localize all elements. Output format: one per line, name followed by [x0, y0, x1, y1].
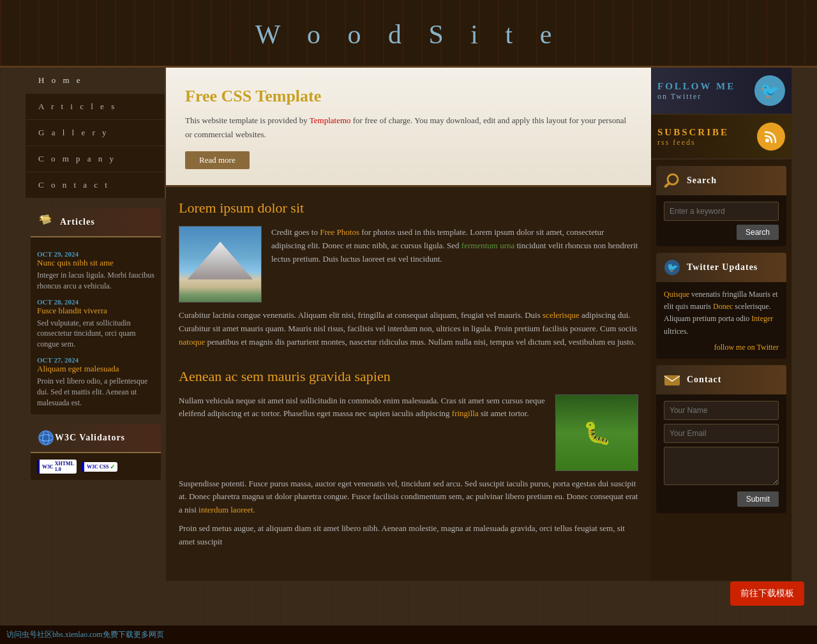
article-date-2: OCT 28, 2024 — [37, 298, 154, 306]
svg-point-8 — [668, 174, 678, 184]
search-box-title: Search — [687, 176, 717, 186]
natoque-link[interactable]: natoque — [179, 337, 205, 347]
rss-text-block: SUBSCRIBE rss feeds — [657, 126, 751, 147]
rss-subscribe-line2: rss feeds — [657, 138, 751, 147]
contact-box: Contact Submit — [656, 365, 786, 513]
post-2-full-text: Suspendisse potenti. Fusce purus massa, … — [179, 477, 638, 517]
nav-gallery[interactable]: G a l l e r y — [26, 120, 165, 146]
twitter-updates-box: 🐦 Twitter Updates Quisque venenatis frin… — [656, 253, 786, 359]
rss-subscribe-banner: SUBSCRIBE rss feeds — [651, 115, 791, 160]
validators-header: W3C Validators — [31, 424, 161, 453]
article-date-3: OCT 27, 2024 — [37, 356, 154, 364]
twitter-follow-line2: on Twitter — [657, 92, 748, 101]
twitter-updates-title: Twitter Updates — [687, 262, 758, 273]
twitter-text-block: FOLLOW ME on Twitter — [657, 80, 748, 101]
contact-box-title: Contact — [687, 375, 721, 385]
post-1-title: Lorem ipsum dolor sit — [179, 200, 638, 216]
contact-submit-button[interactable]: Submit — [737, 491, 779, 507]
twitter-follow-line1: FOLLOW ME — [657, 80, 748, 92]
nav-home[interactable]: H o m e — [26, 68, 165, 94]
watermark: 访问虫号社区bbs.xienlao.com免费下载更多网页 — [0, 625, 817, 644]
articles-sidebar-box: Articles OCT 29, 2024 Nunc quis nibh sit… — [31, 208, 161, 414]
sidebar-right: FOLLOW ME on Twitter 🐦 SUBSCRIBE rss fee… — [651, 68, 791, 581]
search-input[interactable] — [664, 202, 779, 221]
articles-box-header: Articles — [31, 208, 161, 237]
free-photos-link[interactable]: Free Photos — [320, 227, 359, 237]
css-badge[interactable]: W3C CSS ✓ — [82, 462, 117, 472]
interdum-link[interactable]: interdum laoreet. — [199, 505, 255, 514]
download-template-button[interactable]: 前往下载模板 — [730, 581, 804, 606]
svg-point-6 — [765, 139, 769, 142]
twitter-updates-icon: 🐦 — [663, 258, 682, 277]
twitter-link-1[interactable]: Quisque — [664, 290, 689, 299]
nav-articles[interactable]: A r t i c l e s — [26, 94, 165, 120]
contact-message-textarea[interactable] — [664, 447, 779, 485]
globe-icon — [37, 429, 55, 447]
fringilla-link[interactable]: fringilla — [452, 408, 479, 418]
post-2-text-left: Nullam vehicula neque sit amet nisl soll… — [179, 394, 546, 471]
articles-box-title: Articles — [60, 217, 95, 227]
post-1-image — [179, 226, 262, 303]
post-2: Aenean ac sem mauris gravida sapien Null… — [179, 368, 638, 549]
follow-twitter-link[interactable]: follow me on Twitter — [664, 343, 779, 352]
article-title-2[interactable]: Fusce blandit viverra — [37, 306, 107, 315]
contact-name-input[interactable] — [664, 401, 779, 420]
post-1-body: Credit goes to Free Photos for photos us… — [179, 226, 638, 303]
post-2-body: Nullam vehicula neque sit amet nisl soll… — [179, 394, 638, 471]
validators-box: W3C Validators W3C XHTML1.0 W3C CSS ✓ — [31, 424, 161, 480]
article-excerpt-3: Proin vel libero odio, a pellentesque du… — [37, 376, 154, 408]
article-excerpt-2: Sed vulputate, erat sollicitudin consect… — [37, 318, 154, 350]
main-content: Free CSS Template This website template … — [166, 68, 651, 581]
post-1-text: Credit goes to Free Photos for photos us… — [271, 226, 638, 303]
search-button[interactable]: Search — [737, 225, 779, 240]
nav-company[interactable]: C o m p a n y — [26, 146, 165, 172]
post-2-title: Aenean ac sem mauris gravida sapien — [179, 368, 638, 385]
contact-icon — [663, 370, 682, 389]
search-box-content: Search — [656, 195, 786, 246]
featured-section: Free CSS Template This website template … — [166, 68, 651, 187]
site-header: W o o d S i t e — [0, 0, 817, 68]
post-1-full-text: Curabitur lacinia congue venenatis. Aliq… — [179, 309, 638, 348]
templatemo-link[interactable]: Templatemo — [310, 116, 351, 125]
search-box-icon — [663, 171, 682, 190]
article-excerpt-1: Integer in lacus ligula. Morbi faucibus … — [37, 270, 154, 292]
featured-title: Free CSS Template — [185, 87, 632, 106]
twitter-link-2[interactable]: Donec — [713, 302, 733, 311]
contact-box-header: Contact — [656, 365, 786, 394]
article-title-1[interactable]: Nunc quis nibh sit ame — [37, 258, 114, 267]
article-title-3[interactable]: Aliquam eget malesuada — [37, 364, 119, 373]
article-date-1: OCT 29, 2024 — [37, 250, 154, 258]
post-1: Lorem ipsum dolor sit Credit goes to Fre… — [179, 200, 638, 348]
articles-list: OCT 29, 2024 Nunc quis nibh sit ame Inte… — [31, 237, 161, 414]
svg-rect-11 — [664, 375, 680, 386]
post-2-image — [555, 394, 638, 471]
nav-contact[interactable]: C o n t a c t — [26, 172, 165, 198]
twitter-updates-content: Quisque venenatis fringilla Mauris et el… — [656, 282, 786, 359]
rss-subscribe-line1: SUBSCRIBE — [657, 126, 751, 138]
featured-body: This website template is provided by Tem… — [185, 114, 632, 142]
svg-text:🐦: 🐦 — [667, 262, 678, 273]
site-title: W o o d S i t e — [0, 19, 817, 50]
main-nav: H o m e A r t i c l e s G a l l e r y C … — [26, 68, 166, 198]
rss-icon — [757, 123, 785, 151]
twitter-updates-text: Quisque venenatis fringilla Mauris et el… — [664, 288, 779, 338]
xhtml-badge[interactable]: W3C XHTML1.0 — [37, 460, 77, 474]
articles-icon — [37, 213, 55, 231]
twitter-follow-banner: FOLLOW ME on Twitter 🐦 — [651, 68, 791, 115]
post-2-extra-text: Proin sed metus augue, at aliquam diam s… — [179, 522, 638, 549]
contact-email-input[interactable] — [664, 424, 779, 443]
fermentum-link[interactable]: fermentum urna — [461, 241, 514, 250]
search-box: Search Search — [656, 166, 786, 246]
twitter-bird-icon: 🐦 — [754, 75, 785, 106]
contact-box-content: Submit — [656, 394, 786, 513]
twitter-link-3[interactable]: Integer — [751, 314, 773, 323]
search-box-header: Search — [656, 166, 786, 195]
read-more-button[interactable]: Read more — [185, 151, 250, 169]
validators-content: W3C XHTML1.0 W3C CSS ✓ — [31, 453, 161, 480]
sidebar-left: H o m e A r t i c l e s G a l l e r y C … — [26, 68, 166, 581]
twitter-updates-header: 🐦 Twitter Updates — [656, 253, 786, 282]
blog-section: Lorem ipsum dolor sit Credit goes to Fre… — [166, 187, 651, 580]
scelerisque-link[interactable]: scelerisque — [543, 310, 580, 320]
validators-title: W3C Validators — [55, 433, 125, 443]
